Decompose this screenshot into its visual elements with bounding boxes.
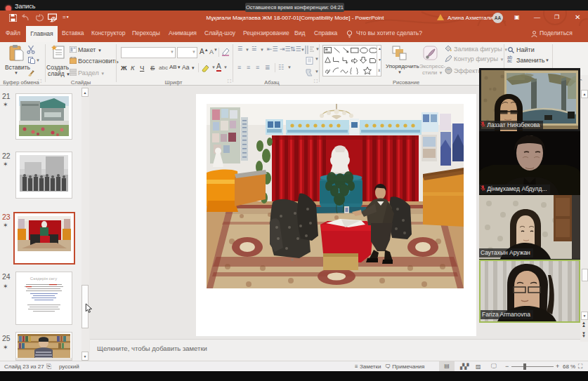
svg-text:Сөздерін сөгу: Сөздерін сөгу (30, 276, 57, 281)
